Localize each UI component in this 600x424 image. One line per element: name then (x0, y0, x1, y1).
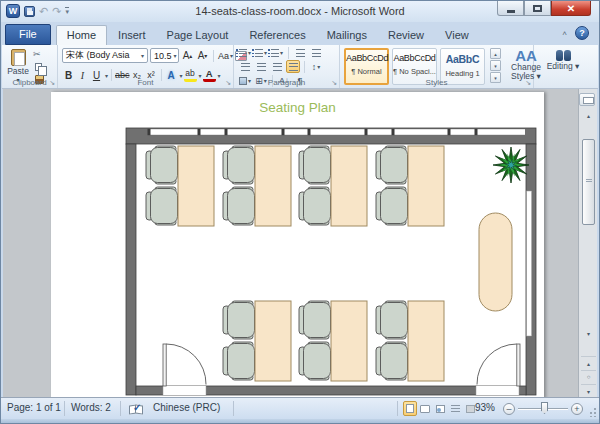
previous-page-icon[interactable]: ▴ (581, 356, 596, 369)
tab-insert[interactable]: Insert (108, 26, 156, 45)
tab-home[interactable]: Home (56, 25, 107, 45)
styles-scroll-up-icon[interactable]: ▴ (490, 48, 501, 59)
scroll-up-icon[interactable]: ▴ (581, 109, 596, 122)
shrink-font-button[interactable]: A (196, 49, 209, 63)
decrease-indent-button[interactable] (293, 46, 307, 59)
maximize-button[interactable] (524, 1, 551, 16)
outline-view-button[interactable] (448, 401, 462, 416)
tab-page-layout[interactable]: Page Layout (157, 26, 239, 45)
window-tick (225, 129, 228, 135)
ruler-toggle-button[interactable] (579, 93, 595, 106)
justify-button[interactable] (286, 60, 300, 73)
styles-dialog-launcher[interactable]: ↘ (525, 79, 531, 87)
font-dialog-launcher[interactable]: ↘ (225, 79, 231, 87)
ribbon-tabs: FileHomeInsertPage LayoutReferencesMaili… (5, 24, 479, 45)
minimize-ribbon-icon[interactable]: ˄ (562, 29, 567, 38)
align-left-button[interactable] (238, 60, 252, 73)
top-window-band (149, 129, 525, 135)
zoom-out-icon[interactable]: – (503, 403, 515, 415)
chair-seat[interactable] (151, 148, 178, 183)
help-icon[interactable]: ? (575, 26, 589, 40)
wall-left[interactable] (126, 144, 136, 395)
chair-seat[interactable] (381, 148, 408, 183)
chair-seat[interactable] (304, 148, 331, 183)
numbering-button[interactable]: ▾ (254, 46, 268, 59)
full-screen-reading-view-button[interactable] (418, 401, 432, 416)
tab-view[interactable]: View (435, 26, 479, 45)
next-page-icon[interactable]: ▾ (581, 384, 596, 397)
close-button[interactable]: ✕ (551, 1, 591, 16)
bullets-button[interactable]: ▾ (238, 46, 252, 59)
door-leaf[interactable] (163, 344, 166, 386)
align-center-button[interactable] (254, 60, 268, 73)
chair-seat[interactable] (304, 344, 331, 379)
chair-seat[interactable] (381, 189, 408, 224)
chair-seat[interactable] (228, 303, 255, 338)
desk[interactable] (408, 301, 444, 381)
chair-seat[interactable] (381, 303, 408, 338)
view-mode-buttons (403, 401, 477, 416)
font-group: 宋体 (Body Asia▾ 10.5▾ A A Aa▾ B I U ▾ abc… (58, 45, 234, 88)
chair-seat[interactable] (228, 189, 255, 224)
select-browse-object-icon[interactable]: ○ (581, 370, 596, 383)
grow-font-button[interactable]: A (181, 49, 194, 63)
increase-indent-button[interactable] (309, 46, 323, 59)
font-name-select[interactable]: 宋体 (Body Asia▾ (62, 48, 148, 63)
door-leaf[interactable] (517, 344, 520, 386)
floor-plan (51, 92, 544, 399)
desk[interactable] (331, 146, 367, 226)
tab-review[interactable]: Review (378, 26, 434, 45)
zoom-slider-thumb[interactable] (541, 402, 548, 414)
multilevel-list-button[interactable]: ▾ (270, 46, 284, 59)
browse-object-controls: ▴ ○ ▾ (581, 356, 596, 397)
scrollbar-thumb[interactable] (582, 139, 595, 225)
styles-group: AaBbCcDd¶ NormalAaBbCcDd¶ No Spaci...AaB… (340, 45, 534, 88)
line-spacing-button[interactable]: ↕▾ (309, 60, 323, 73)
page-indicator[interactable]: Page: 1 of 1 (7, 402, 61, 413)
minimize-button[interactable] (497, 1, 524, 16)
window-tick (308, 129, 311, 135)
zoom-level[interactable]: 93% (475, 402, 495, 413)
document-page[interactable]: Seating Plan (51, 92, 544, 399)
tab-mailings[interactable]: Mailings (317, 26, 377, 45)
vertical-scrollbar[interactable]: ▴ ▾ ▴ ○ ▾ (578, 89, 597, 399)
scroll-down-icon[interactable]: ▾ (581, 327, 596, 340)
chair-seat[interactable] (151, 189, 178, 224)
desk[interactable] (255, 301, 291, 381)
web-layout-view-button[interactable] (433, 401, 447, 416)
change-case-button[interactable]: Aa▾ (218, 49, 233, 63)
cut-button[interactable]: ✂ (33, 48, 51, 59)
align-right-button[interactable] (270, 60, 284, 73)
chair-seat[interactable] (304, 189, 331, 224)
window-tick (475, 129, 478, 135)
window-tick (392, 129, 395, 135)
scissors-icon: ✂ (33, 49, 41, 59)
spellcheck-icon[interactable]: ✓ (129, 404, 142, 414)
clipboard-dialog-launcher[interactable]: ↘ (49, 79, 55, 87)
editing-button[interactable]: Editing ▾ (542, 47, 584, 87)
language-indicator[interactable]: Chinese (PRC) (153, 402, 220, 413)
font-size-select[interactable]: 10.5▾ (150, 48, 179, 63)
chair-seat[interactable] (228, 344, 255, 379)
window-tick (448, 129, 451, 135)
cabinet[interactable] (479, 213, 512, 311)
word-count[interactable]: Words: 2 (71, 402, 111, 413)
chair-seat[interactable] (381, 344, 408, 379)
document-workspace: Seating Plan ▴ ▾ ▴ ○ ▾ (3, 89, 597, 399)
print-layout-view-button[interactable] (403, 401, 417, 416)
chair-seat[interactable] (228, 148, 255, 183)
desk[interactable] (331, 301, 367, 381)
tab-references[interactable]: References (239, 26, 315, 45)
paragraph-dialog-launcher[interactable]: ↘ (331, 79, 337, 87)
tab-file[interactable]: File (5, 24, 51, 45)
styles-scroll-down-icon[interactable]: ▾ (490, 60, 501, 71)
paste-icon (11, 49, 26, 66)
ribbon-tab-row: FileHomeInsertPage LayoutReferencesMaili… (1, 22, 599, 45)
resize-grip[interactable] (587, 407, 597, 417)
chair-seat[interactable] (304, 303, 331, 338)
desk[interactable] (408, 146, 444, 226)
desk[interactable] (178, 146, 214, 226)
desk[interactable] (255, 146, 291, 226)
zoom-in-icon[interactable]: + (571, 403, 583, 415)
copy-button[interactable] (33, 61, 51, 72)
